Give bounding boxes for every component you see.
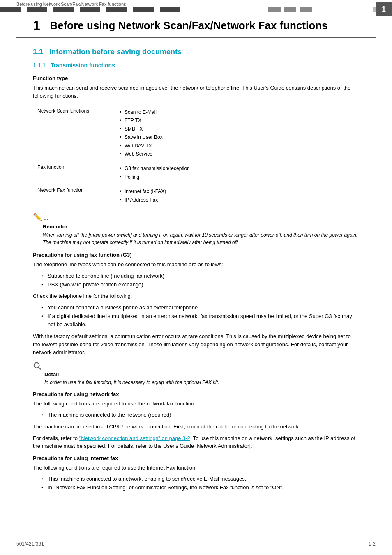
- table-row-items: Scan to E-MailFTP TXSMB TXSave in User B…: [115, 105, 359, 161]
- footer-left: 501/421/361: [16, 541, 44, 547]
- list-item: This machine is connected to a network, …: [41, 475, 359, 484]
- page-container: 1 Before using Network Scan/Fax/Network …: [0, 12, 392, 512]
- precautions-fax-body: With the factory default settings, a com…: [33, 332, 359, 357]
- list-item: Web Service: [120, 150, 355, 158]
- network-fax-body2-link[interactable]: "Network connection and settings" on pag…: [79, 435, 190, 441]
- section-2-number: 1.1.1: [33, 62, 46, 69]
- detail-icon-row: [33, 362, 359, 371]
- precautions-internet-fax-intro: The following conditions are required to…: [33, 464, 359, 472]
- list-item: PBX (two-wire private branch exchange): [41, 281, 359, 289]
- page-header: Before using Network Scan/Fax/Network Fa…: [0, 0, 392, 7]
- detail-text: In order to use the fax function, it is …: [44, 379, 359, 386]
- reminder-box: ✏️ ... Reminder When turning off the [ma…: [33, 213, 359, 246]
- bar-seg-7: [160, 7, 180, 12]
- bar-gap-2: [47, 7, 53, 12]
- reminder-pencil-icon: ✏️: [33, 213, 42, 221]
- chapter-number: 1: [33, 18, 40, 33]
- precautions-network-fax-body2: For details, refer to "Network connectio…: [33, 434, 359, 450]
- list-item: WebDAV TX: [120, 142, 355, 150]
- breadcrumb: Before using Network Scan/Fax/Network Fa…: [16, 2, 126, 7]
- bar-gap-7: [180, 7, 187, 12]
- precautions-check-list: You cannot connect a business phone as a…: [41, 304, 359, 329]
- detail-box: Detail In order to use the fax function,…: [33, 362, 359, 386]
- bar-gap-3: [74, 7, 80, 12]
- reminder-text: When turning off the [main power switch]…: [43, 231, 359, 246]
- list-item: Polling: [120, 173, 355, 181]
- bar-gap-6: [154, 7, 160, 12]
- svg-point-0: [34, 363, 39, 368]
- table-row-items: Internet fax (I-FAX)IP Address Fax: [115, 184, 359, 207]
- list-item: Subscribed telephone line (Including fax…: [41, 272, 359, 281]
- color-bar: [0, 7, 392, 12]
- footer-right: 1-2: [369, 541, 376, 547]
- precautions-fax-intro: The telephone line types which can be co…: [33, 260, 359, 269]
- section-2-heading: 1.1.1 Transmission functions: [16, 60, 376, 70]
- bar-seg-1: [0, 7, 21, 12]
- function-type-body: This machine can send and receive scanne…: [33, 84, 359, 100]
- bar-seg-10: [300, 7, 312, 12]
- bar-seg-3: [53, 7, 74, 12]
- precautions-network-fax-body1: The machine can be used in a TCP/IP netw…: [33, 423, 359, 431]
- bar-gap-8: [281, 7, 284, 12]
- section-1-number: 1.1: [33, 48, 43, 56]
- network-fax-body2-pre: For details, refer to: [33, 435, 79, 441]
- table-row-label: Network Scan functions: [33, 105, 115, 161]
- bar-seg-6: [133, 7, 154, 12]
- detail-magnifier-icon: [33, 362, 42, 371]
- precautions-fax-list: Subscribed telephone line (Including fax…: [41, 272, 359, 289]
- list-item: Save in User Box: [120, 133, 355, 141]
- precautions-network-fax-heading: Precautions for using network fax: [33, 391, 359, 397]
- table-row-label: Network Fax function: [33, 184, 115, 207]
- section-2-title: Transmission functions: [51, 62, 115, 69]
- chapter-title-area: 1 Before using Network Scan/Fax/Network …: [16, 12, 376, 38]
- bar-space-2: [312, 7, 374, 12]
- section-1-title: Information before saving documents: [49, 48, 182, 56]
- bar-gap-5: [127, 7, 133, 12]
- page-footer: 501/421/361 1-2: [0, 537, 392, 551]
- reminder-dots: ...: [44, 213, 48, 223]
- function-type-heading: Function type: [33, 75, 359, 81]
- detail-label: Detail: [44, 371, 359, 378]
- chapter-title: Before using Network Scan/Fax/Network Fa…: [50, 19, 327, 32]
- reminder-icon-row: ✏️ ...: [33, 213, 359, 223]
- bar-seg-2: [27, 7, 47, 12]
- precautions-network-fax-list: The machine is connected to the network.…: [41, 411, 359, 419]
- list-item: The machine is connected to the network.…: [41, 411, 359, 419]
- list-item: IP Address Fax: [120, 196, 355, 204]
- list-item: If a digital dedicated line is multiplex…: [41, 312, 359, 329]
- svg-line-1: [39, 367, 41, 370]
- page-number: 1: [382, 5, 386, 13]
- precautions-network-fax-intro: The following conditions are required to…: [33, 400, 359, 408]
- reminder-label: Reminder: [43, 223, 359, 230]
- precautions-check-intro: Check the telephone line for the followi…: [33, 292, 359, 300]
- list-item: SMB TX: [120, 125, 355, 133]
- list-item: G3 fax transmission/reception: [120, 164, 355, 173]
- bar-gap-4: [100, 7, 106, 12]
- list-item: Scan to E-Mail: [120, 108, 355, 116]
- list-item: You cannot connect a business phone as a…: [41, 304, 359, 312]
- bar-gap-1: [21, 7, 27, 12]
- bar-seg-9: [284, 7, 296, 12]
- list-item: Internet fax (I-FAX): [120, 187, 355, 196]
- bar-space: [187, 7, 268, 12]
- function-table: Network Scan functionsScan to E-MailFTP …: [33, 105, 359, 207]
- table-row-label: Fax function: [33, 161, 115, 184]
- precautions-internet-fax-list: This machine is connected to a network, …: [41, 475, 359, 492]
- list-item: FTP TX: [120, 116, 355, 124]
- list-item: In "Network Fax Function Setting" of Adm…: [41, 484, 359, 492]
- table-row-items: G3 fax transmission/receptionPolling: [115, 161, 359, 184]
- bar-gap-9: [296, 7, 300, 12]
- bar-seg-8: [268, 7, 281, 12]
- bar-seg-5: [106, 7, 127, 12]
- precautions-internet-fax-heading: Precautions for using Internet fax: [33, 455, 359, 461]
- section-1-heading: 1.1 Information before saving documents: [16, 44, 376, 58]
- page-number-box: 1: [376, 2, 392, 16]
- precautions-fax-heading: Precautions for using fax function (G3): [33, 252, 359, 258]
- content-area: Function type This machine can send and …: [16, 75, 376, 492]
- bar-seg-4: [80, 7, 100, 12]
